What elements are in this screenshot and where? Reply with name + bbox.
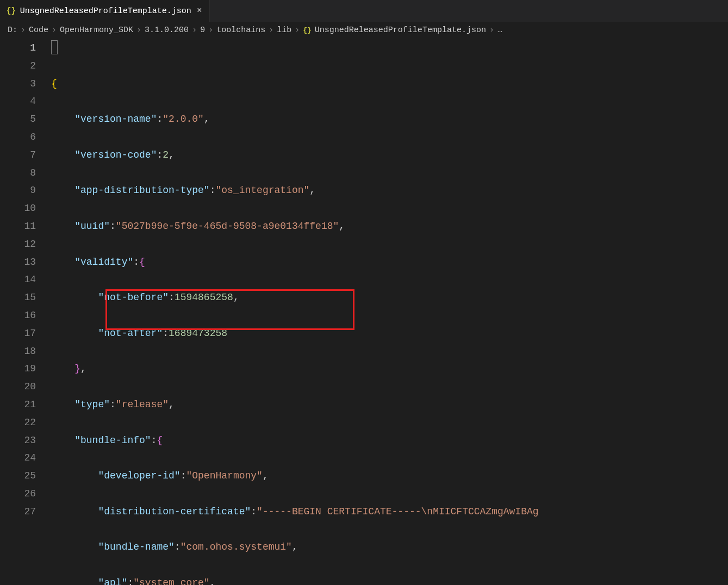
breadcrumb-segment[interactable]: 9 [200, 26, 205, 35]
chevron-right-icon: › [295, 26, 300, 35]
breadcrumb-segment[interactable]: Code [29, 26, 48, 35]
json-file-icon: {} [7, 7, 16, 15]
line-number-gutter: 1234567891011121314151617181920212223242… [0, 38, 51, 585]
json-file-icon: {} [303, 26, 312, 34]
line-number: 7 [0, 146, 51, 164]
breadcrumb: D: › Code › OpenHarmony_SDK › 3.1.0.200 … [0, 22, 728, 38]
line-number: 18 [0, 343, 51, 360]
line-number: 9 [0, 182, 51, 200]
breadcrumb-segment[interactable]: lib [277, 26, 291, 35]
line-number: 13 [0, 253, 51, 271]
line-number: 26 [0, 485, 51, 503]
breadcrumb-segment[interactable]: OpenHarmony_SDK [60, 26, 133, 35]
breadcrumb-segment[interactable]: D: [8, 26, 17, 35]
chevron-right-icon: › [192, 26, 197, 35]
line-number: 4 [0, 92, 51, 110]
line-number: 23 [0, 432, 51, 450]
line-number: 22 [0, 414, 51, 432]
breadcrumb-segment[interactable]: 3.1.0.200 [145, 26, 189, 35]
breadcrumb-segment[interactable]: toolchains [216, 26, 265, 35]
line-number: 10 [0, 200, 51, 217]
editor-tab[interactable]: {} UnsgnedReleasedProfileTemplate.json × [0, 0, 210, 22]
line-number: 3 [0, 75, 51, 93]
line-number: 20 [0, 378, 51, 396]
line-number: 12 [0, 235, 51, 253]
line-number: 5 [0, 110, 51, 128]
code-content[interactable]: { "version-name":"2.0.0", "version-code"… [51, 38, 539, 585]
tab-bar: {} UnsgnedReleasedProfileTemplate.json × [0, 0, 728, 22]
line-number: 14 [0, 271, 51, 289]
line-number: 11 [0, 217, 51, 235]
cursor-indicator [51, 40, 58, 54]
line-number: 19 [0, 360, 51, 378]
chevron-right-icon: › [52, 26, 57, 35]
line-number: 21 [0, 396, 51, 414]
chevron-right-icon: › [136, 26, 141, 35]
line-number: 24 [0, 449, 51, 467]
line-number: 25 [0, 467, 51, 485]
chevron-right-icon: › [489, 26, 494, 35]
line-number: 16 [0, 307, 51, 325]
line-number: 1 [0, 39, 51, 57]
line-number: 2 [0, 57, 51, 75]
breadcrumb-overflow[interactable]: … [497, 26, 502, 35]
chevron-right-icon: › [269, 26, 273, 35]
chevron-right-icon: › [208, 26, 213, 35]
line-number: 27 [0, 503, 51, 521]
chevron-right-icon: › [21, 26, 26, 35]
line-number: 15 [0, 289, 51, 307]
breadcrumb-file[interactable]: UnsgnedReleasedProfileTemplate.json [315, 26, 486, 35]
line-number: 17 [0, 325, 51, 343]
close-icon[interactable]: × [196, 6, 203, 16]
line-number: 6 [0, 128, 51, 146]
code-editor[interactable]: 1234567891011121314151617181920212223242… [0, 38, 728, 585]
line-number: 8 [0, 164, 51, 182]
tab-filename: UnsgnedReleasedProfileTemplate.json [20, 7, 191, 16]
